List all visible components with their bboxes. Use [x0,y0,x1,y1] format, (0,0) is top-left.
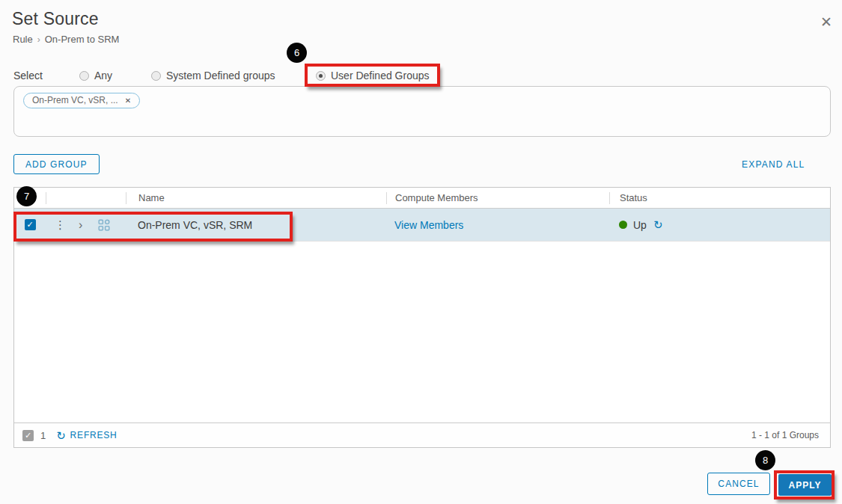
selected-count: 1 [40,430,46,441]
groups-table: Name Compute Members Status ✓ ⋮ › [13,187,831,448]
radio-system-defined-groups[interactable]: System Defined groups [151,70,275,82]
status-up-dot-icon [619,221,627,229]
chip-remove-icon[interactable]: ✕ [125,96,131,105]
radio-user-label: User Defined Groups [331,70,430,82]
group-chip-label: On-Prem VC, vSR, ... [32,95,118,105]
radio-any-label: Any [94,70,112,82]
table-row[interactable]: ✓ ⋮ › On-Prem VC, vSR, SRM View Members [14,209,830,242]
close-icon[interactable]: ✕ [817,10,835,34]
selected-groups-input[interactable]: On-Prem VC, vSR, ... ✕ [13,86,831,137]
breadcrumb-current: On-Prem to SRM [45,34,120,45]
annotation-badge-6: 6 [287,43,307,63]
pagination-text: 1 - 1 of 1 Groups [751,430,830,440]
row-checkbox[interactable]: ✓ [25,219,36,230]
add-group-button[interactable]: ADD GROUP [13,154,100,174]
apply-button[interactable]: APPLY [778,474,832,496]
radio-user-defined-groups[interactable]: User Defined Groups [316,70,430,82]
status-label: Up [633,219,647,231]
annotation-badge-8: 8 [755,450,775,470]
footer-select-all-checkbox[interactable]: ✓ [22,430,34,441]
table-header: Name Compute Members Status [14,188,830,209]
radio-system-label: System Defined groups [166,70,275,82]
breadcrumb: Rule›On-Prem to SRM [13,34,119,45]
header-status[interactable]: Status [609,192,830,204]
header-name[interactable]: Name [126,192,386,204]
kebab-menu-icon[interactable]: ⋮ [55,218,62,232]
radio-any[interactable]: Any [79,70,112,82]
row-status: Up ↻ [609,219,830,231]
view-members-link[interactable]: View Members [394,219,463,231]
chevron-right-icon[interactable]: › [79,219,82,231]
row-refresh-icon[interactable]: ↻ [653,219,663,230]
select-label: Select [13,70,43,82]
header-controls-column [46,192,126,204]
expand-all-link[interactable]: EXPAND ALL [742,159,805,170]
breadcrumb-parent[interactable]: Rule [13,34,33,45]
row-name: On-Prem VC, vSR, SRM [126,219,386,231]
group-icon [98,219,110,231]
breadcrumb-separator-icon: › [37,34,40,45]
refresh-control[interactable]: ↻ REFRESH [56,430,117,441]
set-source-dialog: Set Source Rule›On-Prem to SRM ✕ Select … [0,0,842,504]
header-compute-members[interactable]: Compute Members [386,192,609,204]
annotation-badge-7: 7 [16,186,37,206]
group-chip[interactable]: On-Prem VC, vSR, ... ✕ [23,93,140,108]
refresh-label[interactable]: REFRESH [70,430,118,440]
radio-system-circle-icon[interactable] [151,71,161,81]
table-footer: ✓ 1 ↻ REFRESH 1 - 1 of 1 Groups [14,422,830,447]
page-title: Set Source [12,9,99,29]
cancel-button[interactable]: CANCEL [707,473,770,495]
radio-user-circle-icon[interactable] [316,71,326,81]
radio-any-circle-icon[interactable] [79,71,89,81]
refresh-icon[interactable]: ↻ [56,430,66,441]
